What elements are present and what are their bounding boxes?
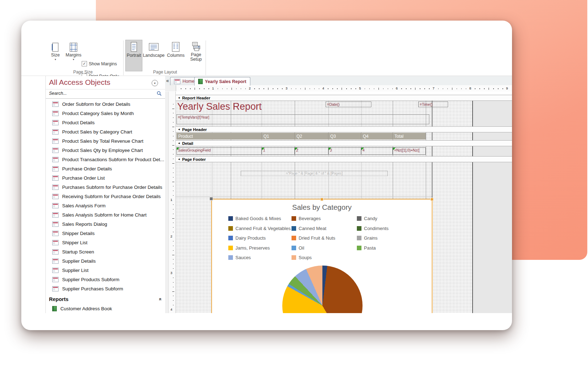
list-item-form[interactable]: Supplier List: [46, 266, 165, 275]
ruler-tick: [314, 88, 315, 89]
ruler-tick: [296, 88, 296, 89]
legend-swatch: [292, 226, 296, 231]
ruler-tick: [493, 88, 494, 89]
list-item-form[interactable]: Purchase Order List: [46, 173, 165, 182]
ruler-tick: [173, 131, 174, 132]
report-header-band[interactable]: Yearly Sales Report =Date() =Time() =[Te…: [176, 101, 512, 126]
list-item-form[interactable]: Product Sales by Category Chart: [46, 127, 165, 136]
list-item-form[interactable]: Startup Screen: [46, 247, 165, 256]
ruler-tick: [410, 88, 411, 89]
detail-field-textbox[interactable]: =Nz([1],0)+Nz([: [393, 147, 426, 155]
column-header-q1[interactable]: Q1: [262, 133, 295, 140]
horizontal-ruler[interactable]: 123456789: [165, 85, 512, 92]
ruler-tick: [173, 173, 174, 173]
list-item-form[interactable]: Shipper Details: [46, 229, 165, 238]
detail-field-textbox[interactable]: 3: [328, 147, 361, 155]
ruler-tick: [173, 259, 174, 259]
list-item-form[interactable]: Sales Reports Dialog: [46, 219, 165, 229]
ruler-tick: [452, 88, 452, 90]
size-button[interactable]: Size ▾: [48, 43, 63, 61]
ruler-tick: [181, 88, 181, 89]
section-bar-report-header[interactable]: ◄Report Header: [176, 95, 512, 101]
ruler-tick: [173, 246, 174, 246]
form-icon: [52, 138, 59, 144]
list-item-form[interactable]: Product Sales Qty by Employee Chart: [46, 146, 165, 155]
nav-group-header-reports[interactable]: Reports»: [46, 295, 165, 304]
ruler-tick: [172, 291, 174, 292]
list-item-form[interactable]: Receiving Subform for Purchase Order Det…: [46, 192, 165, 201]
detail-band[interactable]: SalesGroupingField1234=Nz([1],0)+Nz([: [176, 146, 512, 156]
column-header-q3[interactable]: Q3: [328, 133, 361, 140]
legend-swatch: [228, 216, 233, 221]
list-item-form[interactable]: Shipper List: [46, 238, 165, 247]
ruler-tick: [236, 88, 237, 89]
ruler-tick: [277, 88, 278, 89]
list-item-form[interactable]: Supplier Purchases Subform: [46, 284, 165, 293]
list-item-form[interactable]: Product Transactions Subform for Product…: [46, 155, 165, 164]
ruler-tick: [392, 88, 393, 89]
sales-by-category-chart-object[interactable]: Sales by Category Baked Goods & MixesBev…: [211, 199, 432, 313]
ruler-tick: [438, 88, 439, 89]
list-item-label: Product Sales by Category Chart: [62, 129, 132, 135]
time-expression-textbox[interactable]: =Time(): [418, 102, 448, 107]
list-item-label: Purchases Subform for Purchase Order Det…: [62, 185, 162, 190]
search-icon[interactable]: [157, 91, 162, 96]
page-footer-band[interactable]: ="Page " & [Page] & " of " & [Pages] Sal…: [176, 162, 512, 313]
columns-button[interactable]: Columns: [165, 40, 186, 71]
detail-field-textbox[interactable]: SalesGroupingField: [176, 147, 262, 155]
selection-move-handle[interactable]: [209, 197, 213, 201]
year-expression-textbox[interactable]: =[TempVars]![Year]: [176, 114, 429, 124]
detail-field-textbox[interactable]: 4: [361, 147, 393, 155]
column-header-q2[interactable]: Q2: [295, 133, 328, 140]
portrait-button[interactable]: Portrait: [125, 40, 142, 71]
ruler-corner[interactable]: [165, 85, 176, 91]
list-item-form[interactable]: Order Subform for Order Details: [46, 99, 165, 109]
margins-button[interactable]: Margins ▾: [65, 43, 82, 61]
list-item-report-partial[interactable]: [46, 312, 165, 313]
form-icon: [174, 79, 180, 84]
form-icon: [52, 194, 59, 199]
page-setup-button[interactable]: Page Setup: [186, 40, 206, 71]
shutter-collapse-icon[interactable]: «: [166, 78, 169, 83]
grid-guide-line: [426, 146, 426, 156]
ruler-tick: [379, 88, 379, 90]
tab-yearly-sales-report[interactable]: Yearly Sales Report: [194, 77, 250, 86]
show-margins-checkbox[interactable]: ✓ Show Margins: [82, 61, 117, 66]
list-item-form[interactable]: Purchase Order Details: [46, 164, 165, 173]
detail-field-textbox[interactable]: 2: [295, 147, 328, 155]
list-item-form[interactable]: Product Details: [46, 118, 165, 127]
column-header-total[interactable]: Total: [393, 133, 426, 140]
legend-entry: Soups: [292, 255, 357, 260]
list-item-form[interactable]: Product Sales by Total Revenue Chart: [46, 136, 165, 146]
ruler-tick: 8: [469, 86, 471, 90]
nav-menu-dropdown-button[interactable]: ▾: [152, 80, 158, 86]
list-item-label: Product Sales Qty by Employee Chart: [62, 148, 143, 153]
list-item-form[interactable]: Supplier Products Subform: [46, 275, 165, 284]
list-item-form[interactable]: Product Category Sales by Month: [46, 109, 165, 118]
detail-field-textbox[interactable]: 1: [262, 147, 295, 155]
selection-handle-top-center[interactable]: [320, 198, 323, 201]
landscape-button[interactable]: Landscape: [142, 40, 165, 71]
section-bar-page-footer[interactable]: ◄Page Footer: [176, 156, 512, 162]
report-title-label[interactable]: Yearly Sales Report: [177, 101, 262, 112]
section-bar-page-header[interactable]: ◄Page Header: [176, 126, 512, 132]
ruler-tick: 4: [170, 307, 172, 311]
date-expression-textbox[interactable]: =Date(): [326, 102, 371, 107]
ruler-tick: [447, 88, 448, 89]
list-item-form[interactable]: Purchases Subform for Purchase Order Det…: [46, 182, 165, 192]
column-header-q4[interactable]: Q4: [361, 133, 393, 140]
section-arrow-icon: ◄: [178, 96, 180, 99]
selection-handle-top-right[interactable]: [430, 198, 434, 201]
section-bar-detail[interactable]: ◄Detail: [176, 140, 512, 146]
column-header-product[interactable]: Product: [176, 133, 262, 140]
vertical-ruler[interactable]: 1234: [168, 92, 176, 313]
list-item-form[interactable]: Sales Analysis Form: [46, 201, 165, 210]
page-header-band[interactable]: ProductQ1Q2Q3Q4Total: [176, 132, 512, 140]
collapse-chevrons-icon[interactable]: »: [157, 298, 163, 301]
legend-swatch: [357, 216, 361, 221]
page-number-expression-textbox[interactable]: ="Page " & [Page] & " of " & [Pages]: [241, 171, 388, 176]
list-item-form[interactable]: Supplier Details: [46, 256, 165, 266]
list-item-form[interactable]: Sales Analysis Subform for Home Chart: [46, 210, 165, 219]
search-input[interactable]: Search...: [46, 89, 165, 99]
design-surface[interactable]: ◄Report Header Yearly Sales Report =Date…: [176, 92, 512, 313]
